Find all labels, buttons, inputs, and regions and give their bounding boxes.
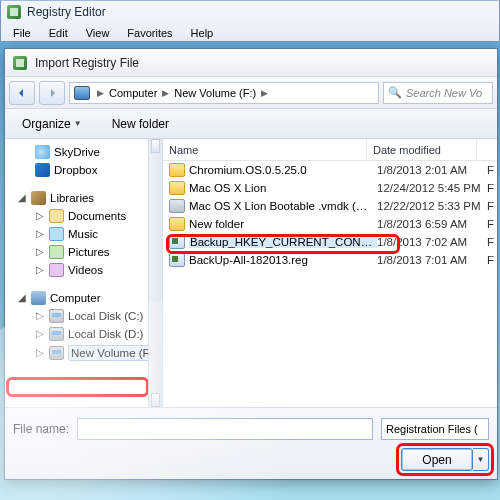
file-name: Mac OS X Lion Bootable .vmdk (For VMw...: [189, 200, 377, 212]
file-type: F: [487, 218, 494, 230]
sidebar-item-documents[interactable]: ▷Documents: [9, 207, 162, 225]
pictures-icon: [49, 245, 64, 259]
chevron-right-icon: ▶: [95, 88, 106, 98]
chevron-down-icon: ▼: [74, 119, 82, 128]
sidebar-item-pictures[interactable]: ▷Pictures: [9, 243, 162, 261]
folder-icon: [169, 163, 185, 177]
file-type: F: [487, 236, 494, 248]
expand-icon[interactable]: ▷: [35, 211, 45, 221]
file-name: New folder: [189, 218, 377, 230]
expand-icon[interactable]: ▷: [35, 247, 45, 257]
file-date: 12/22/2012 5:33 PM: [377, 200, 487, 212]
filename-input[interactable]: [77, 418, 373, 440]
music-icon: [49, 227, 64, 241]
drive-icon: [49, 309, 64, 323]
dialog-title: Import Registry File: [35, 56, 139, 70]
file-row[interactable]: Mac OS X Lion12/24/2012 5:45 PMF: [163, 179, 497, 197]
nav-back-button[interactable]: [9, 81, 35, 105]
menu-favorites[interactable]: Favorites: [119, 26, 180, 40]
computer-icon: [74, 86, 90, 100]
file-type: F: [487, 200, 494, 212]
filename-label: File name:: [13, 422, 69, 436]
chevron-right-icon: ▶: [259, 88, 270, 98]
search-input[interactable]: 🔍 Search New Vo: [383, 82, 493, 104]
file-row[interactable]: New folder1/8/2013 6:59 AMF: [163, 215, 497, 233]
file-row[interactable]: Chromium.OS.0.5.25.01/8/2013 2:01 AMF: [163, 161, 497, 179]
annotation-highlight: [6, 377, 149, 397]
expand-icon[interactable]: ▷: [35, 311, 45, 321]
column-name[interactable]: Name: [163, 139, 367, 160]
skydrive-icon: [35, 145, 50, 159]
menu-view[interactable]: View: [78, 26, 118, 40]
sidebar-group-computer[interactable]: ◢Computer: [9, 289, 162, 307]
import-dialog: Import Registry File ▶ Computer ▶ New Vo…: [4, 48, 498, 480]
chevron-right-icon: ▶: [160, 88, 171, 98]
expand-icon[interactable]: ▷: [35, 265, 45, 275]
sidebar-item-drive-f[interactable]: ▷New Volume (F:): [9, 343, 162, 363]
collapse-icon[interactable]: ◢: [17, 193, 27, 203]
collapse-icon[interactable]: ◢: [17, 293, 27, 303]
reg-file-icon: [169, 235, 185, 249]
new-folder-button[interactable]: New folder: [103, 113, 180, 135]
drive-icon: [49, 327, 64, 341]
dialog-toolbar: Organize ▼ New folder: [5, 109, 497, 139]
file-name: Mac OS X Lion: [189, 182, 377, 194]
expand-icon[interactable]: ▷: [35, 229, 45, 239]
file-pane[interactable]: Name Date modified Chromium.OS.0.5.25.01…: [163, 139, 497, 407]
search-placeholder: Search New Vo: [406, 87, 482, 99]
file-name: Backup_HKEY_CURRENT_CONFIG.reg: [189, 236, 377, 248]
dialog-icon: [13, 56, 27, 70]
expand-icon[interactable]: ▷: [35, 329, 45, 339]
expand-icon[interactable]: ▷: [35, 348, 45, 358]
regedit-titlebar: Registry Editor: [1, 1, 499, 23]
regedit-title-text: Registry Editor: [27, 5, 106, 19]
reg-file-icon: [169, 253, 185, 267]
sidebar-scrollbar[interactable]: [148, 139, 162, 407]
folder-icon: [169, 217, 185, 231]
organize-button[interactable]: Organize ▼: [13, 113, 93, 135]
sidebar[interactable]: SkyDrive Dropbox ◢Libraries ▷Documents ▷…: [5, 139, 163, 407]
computer-icon: [31, 291, 46, 305]
menu-help[interactable]: Help: [183, 26, 222, 40]
file-type: F: [487, 254, 494, 266]
breadcrumb-root[interactable]: Computer: [109, 87, 157, 99]
sidebar-item-drive-c[interactable]: ▷Local Disk (C:): [9, 307, 162, 325]
sidebar-item-videos[interactable]: ▷Videos: [9, 261, 162, 279]
file-row[interactable]: BackUp-All-182013.reg1/8/2013 7:01 AMF: [163, 251, 497, 269]
dropbox-icon: [35, 163, 50, 177]
file-name: BackUp-All-182013.reg: [189, 254, 377, 266]
folder-icon: [169, 181, 185, 195]
file-date: 1/8/2013 2:01 AM: [377, 164, 487, 176]
file-header[interactable]: Name Date modified: [163, 139, 497, 161]
menu-file[interactable]: File: [5, 26, 39, 40]
file-type: F: [487, 182, 494, 194]
dialog-titlebar[interactable]: Import Registry File: [5, 49, 497, 77]
file-date: 12/24/2012 5:45 PM: [377, 182, 487, 194]
sidebar-item-drive-d[interactable]: ▷Local Disk (D:): [9, 325, 162, 343]
file-row[interactable]: Mac OS X Lion Bootable .vmdk (For VMw...…: [163, 197, 497, 215]
sidebar-item-music[interactable]: ▷Music: [9, 225, 162, 243]
file-type: F: [487, 164, 494, 176]
sidebar-group-libraries[interactable]: ◢Libraries: [9, 189, 162, 207]
sidebar-item-skydrive[interactable]: SkyDrive: [9, 143, 162, 161]
file-date: 1/8/2013 7:01 AM: [377, 254, 487, 266]
nav-forward-button: [39, 81, 65, 105]
breadcrumb[interactable]: ▶ Computer ▶ New Volume (F:) ▶: [69, 82, 379, 104]
column-date[interactable]: Date modified: [367, 139, 477, 160]
dialog-bottom-bar: File name: Registration Files ( Open ▼: [5, 407, 497, 479]
regedit-window: Registry Editor File Edit View Favorites…: [0, 0, 500, 42]
drive-icon: [49, 346, 64, 360]
regedit-menubar[interactable]: File Edit View Favorites Help: [1, 23, 499, 43]
regedit-icon: [7, 5, 21, 19]
menu-edit[interactable]: Edit: [41, 26, 76, 40]
dialog-navbar: ▶ Computer ▶ New Volume (F:) ▶ 🔍 Search …: [5, 77, 497, 109]
file-row[interactable]: Backup_HKEY_CURRENT_CONFIG.reg1/8/2013 7…: [163, 233, 497, 251]
open-button[interactable]: Open: [401, 448, 473, 471]
open-dropdown-button[interactable]: ▼: [473, 448, 489, 471]
documents-icon: [49, 209, 64, 223]
breadcrumb-drive[interactable]: New Volume (F:): [174, 87, 256, 99]
videos-icon: [49, 263, 64, 277]
libraries-icon: [31, 191, 46, 205]
filetype-filter[interactable]: Registration Files (: [381, 418, 489, 440]
sidebar-item-dropbox[interactable]: Dropbox: [9, 161, 162, 179]
